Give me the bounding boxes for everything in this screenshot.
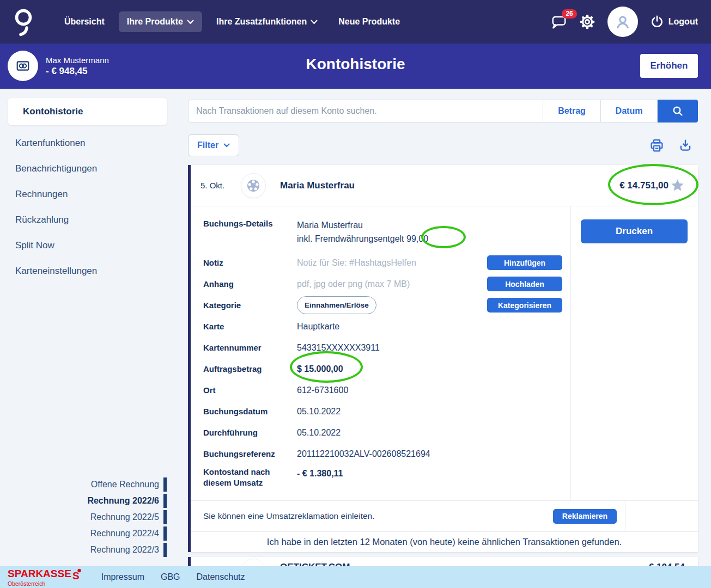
detail-row-kontostand: Kontostand nach diesem Umsatz - € 1.380,… bbox=[203, 464, 570, 495]
complaint-section: Sie können eine Umsatzreklamation einlei… bbox=[191, 500, 698, 531]
print-transaction-button[interactable]: Drucken bbox=[581, 219, 688, 243]
footer-link-datenschutz[interactable]: Datenschutz bbox=[197, 572, 245, 582]
nav-item-zusatzfunktionen[interactable]: Ihre Zusatzfunktionen bbox=[210, 11, 324, 32]
download-button[interactable] bbox=[678, 138, 692, 152]
toolbar: Filter bbox=[188, 134, 698, 156]
raise-limit-button[interactable]: Erhöhen bbox=[640, 54, 698, 78]
download-icon bbox=[678, 138, 692, 152]
footer: SPARKASSE S Oberösterreich Impressum GBG… bbox=[0, 566, 711, 588]
main-menu: Übersicht Ihre Produkte Ihre Zusatzfunkt… bbox=[58, 11, 406, 32]
sidebar-item-rechnungen[interactable]: Rechnungen bbox=[0, 181, 188, 207]
detail-row-kartennummer: Kartennummer 543315XXXXXX3911 bbox=[203, 337, 570, 358]
detail-value: Maria Musterfrau bbox=[297, 218, 570, 232]
attachment-placeholder: pdf, jpg oder png (max 7 MB) bbox=[297, 277, 487, 291]
sidebar-item-karteneinstellungen[interactable]: Karteneinstellungen bbox=[0, 258, 188, 284]
complaint-button[interactable]: Reklamieren bbox=[553, 509, 617, 524]
user-avatar-icon bbox=[615, 14, 631, 30]
invoice-marker-bar bbox=[163, 494, 167, 508]
detail-value-line2: inkl. Fremdwährungsentgelt 99,00 bbox=[297, 232, 570, 246]
sparkasse-logo: SPARKASSE S Oberösterreich bbox=[8, 567, 82, 587]
category-tag[interactable]: Einnahmen/Erlöse bbox=[297, 296, 376, 314]
search-input[interactable] bbox=[188, 100, 543, 122]
footer-link-gbg[interactable]: GBG bbox=[161, 572, 180, 582]
sidebar-item-rueckzahlung[interactable]: Rückzahlung bbox=[0, 207, 188, 232]
sidebar: Kontohistorie Kartenfunktionen Benachric… bbox=[0, 89, 188, 566]
complaint-text: Sie können eine Umsatzreklamation einlei… bbox=[203, 511, 374, 521]
detail-row-notiz: Notiz Notiz für Sie: #HashtagsHelfen Hin… bbox=[203, 252, 570, 273]
footer-link-impressum[interactable]: Impressum bbox=[101, 572, 144, 582]
soccer-ball-icon bbox=[246, 179, 260, 193]
transaction-merchant: Maria Musterfrau bbox=[280, 180, 355, 191]
invoice-marker-bar bbox=[163, 477, 167, 492]
amount-filter-button[interactable]: Betrag bbox=[543, 100, 601, 122]
invoice-item-2022-6[interactable]: Rechnung 2022/6 bbox=[87, 493, 167, 509]
detail-row-auftragsbetrag: Auftragsbetrag $ 15.000,00 bbox=[203, 358, 570, 379]
sidebar-item-kartenfunktionen[interactable]: Kartenfunktionen bbox=[0, 130, 188, 156]
detail-row-kategorie: Kategorie Einnahmen/Erlöse Kategorisiere… bbox=[203, 295, 570, 316]
sparkasse-s-icon: S bbox=[72, 568, 82, 580]
transaction-details: Buchungs-Details Maria Musterfrau inkl. … bbox=[191, 206, 571, 500]
invoice-marker-bar bbox=[163, 510, 167, 524]
categorize-button[interactable]: Kategorisieren bbox=[487, 298, 562, 313]
invoice-item-offene-rechnung[interactable]: Offene Rechnung bbox=[87, 476, 167, 493]
detail-row-buchungsreferenz: Buchungsreferenz 201112210032ALV-0026085… bbox=[203, 443, 570, 464]
sidebar-item-benachrichtigungen[interactable]: Benachrichtigungen bbox=[0, 156, 188, 181]
filter-button[interactable]: Filter bbox=[188, 134, 239, 156]
sidebar-item-kontohistorie[interactable]: Kontohistorie bbox=[8, 98, 167, 125]
detail-row-karte: Karte Hauptkarte bbox=[203, 316, 570, 337]
detail-row-durchfuehrung: Durchführung 05.10.2022 bbox=[203, 422, 570, 443]
invoice-item-2022-3[interactable]: Rechnung 2022/3 bbox=[87, 542, 167, 558]
printer-icon bbox=[649, 138, 664, 153]
note-placeholder[interactable]: Notiz für Sie: #HashtagsHelfen bbox=[297, 256, 487, 270]
similar-transactions-info: Ich habe in den letzten 12 Monaten (von … bbox=[191, 531, 698, 552]
messages-button[interactable]: 26 bbox=[551, 15, 567, 29]
transaction-actions: Drucken bbox=[571, 206, 698, 500]
sparkasse-region: Oberösterreich bbox=[8, 581, 82, 587]
account-header: Max Mustermann - € 948,45 Kontohistorie … bbox=[0, 44, 711, 89]
print-list-button[interactable] bbox=[649, 138, 664, 153]
settings-button[interactable] bbox=[579, 14, 595, 30]
search-bar: Betrag Datum bbox=[188, 100, 698, 122]
page-title: Kontohistorie bbox=[0, 56, 711, 73]
nav-item-neue-produkte[interactable]: Neue Produkte bbox=[332, 11, 406, 32]
transaction-card: 5. Okt. Maria Musterfrau € 14.751,00 bbox=[188, 165, 698, 552]
gear-icon bbox=[579, 14, 595, 30]
invoice-marker-bar bbox=[163, 543, 167, 557]
svg-text:S: S bbox=[72, 570, 80, 580]
detail-row-ort: Ort 612-6731600 bbox=[203, 379, 570, 401]
chevron-down-icon bbox=[187, 20, 194, 24]
invoice-marker-bar bbox=[163, 526, 167, 541]
magnifier-icon bbox=[671, 105, 684, 118]
detail-row-anhang: Anhang pdf, jpg oder png (max 7 MB) Hoch… bbox=[203, 273, 570, 295]
profile-button[interactable] bbox=[607, 7, 638, 37]
detail-row-buchungsdatum: Buchungsdatum 05.10.2022 bbox=[203, 401, 570, 422]
transaction-category-avatar bbox=[241, 173, 266, 198]
detail-row-buchungs-details: Buchungs-Details Maria Musterfrau inkl. … bbox=[203, 216, 570, 252]
main-content: Betrag Datum Filter bbox=[188, 89, 711, 588]
invoice-list: Offene Rechnung Rechnung 2022/6 Rechnung… bbox=[87, 476, 167, 558]
date-filter-button[interactable]: Datum bbox=[601, 100, 658, 122]
transaction-date: 5. Okt. bbox=[200, 181, 241, 190]
george-logo-icon[interactable] bbox=[12, 6, 35, 38]
star-icon[interactable] bbox=[670, 178, 685, 193]
upload-button[interactable]: Hochladen bbox=[487, 277, 562, 291]
transaction-row[interactable]: 5. Okt. Maria Musterfrau € 14.751,00 bbox=[191, 165, 698, 206]
add-note-button[interactable]: Hinzufügen bbox=[487, 255, 562, 270]
transaction-amount: € 14.751,00 bbox=[619, 178, 685, 193]
chevron-down-icon bbox=[223, 143, 230, 148]
top-navbar: Übersicht Ihre Produkte Ihre Zusatzfunkt… bbox=[0, 0, 711, 44]
nav-item-ihre-produkte[interactable]: Ihre Produkte bbox=[119, 11, 202, 32]
chevron-down-icon bbox=[311, 20, 318, 24]
notification-badge: 26 bbox=[562, 9, 576, 19]
nav-item-uebersicht[interactable]: Übersicht bbox=[58, 11, 111, 32]
power-icon bbox=[650, 15, 664, 29]
invoice-item-2022-5[interactable]: Rechnung 2022/5 bbox=[87, 509, 167, 525]
search-button[interactable] bbox=[658, 100, 698, 122]
sidebar-item-split-now[interactable]: Split Now bbox=[0, 232, 188, 258]
logout-button[interactable]: Logout bbox=[650, 15, 698, 29]
invoice-item-2022-4[interactable]: Rechnung 2022/4 bbox=[87, 525, 167, 542]
